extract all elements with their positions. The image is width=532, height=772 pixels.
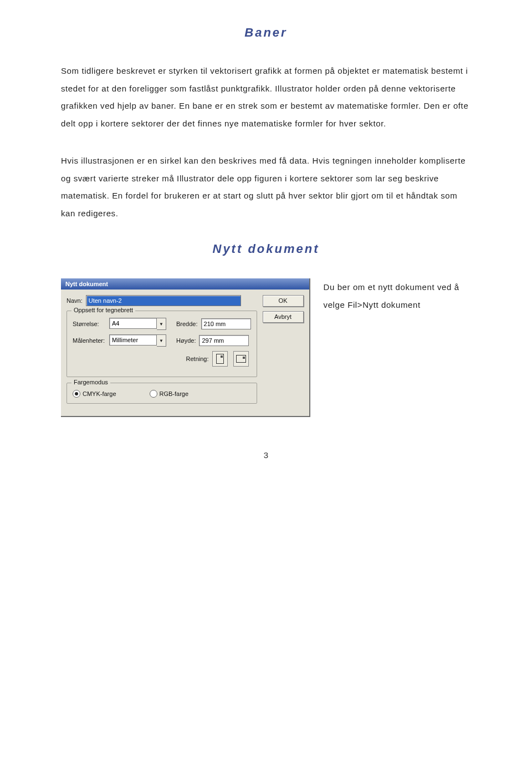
size-select[interactable]: A4: [109, 318, 157, 329]
rgb-radio[interactable]: [150, 390, 157, 398]
cmyk-radio[interactable]: [73, 390, 80, 398]
dialog-titlebar: Nytt dokument: [61, 278, 309, 290]
size-label: Størrelse:: [73, 321, 106, 327]
heading-baner: Baner: [61, 26, 471, 40]
artboard-legend: Oppsett for tegnebrett: [71, 307, 135, 313]
name-input[interactable]: Uten navn-2: [86, 295, 241, 306]
orientation-portrait-button[interactable]: [212, 351, 228, 367]
orientation-landscape-button[interactable]: [233, 351, 249, 367]
side-paragraph: Du ber om et nytt dokument ved å velge F…: [324, 278, 471, 313]
portrait-icon: [216, 354, 224, 364]
heading-nytt-dokument: Nytt dokument: [61, 242, 471, 256]
name-label: Navn:: [66, 297, 83, 304]
cmyk-label: CMYK-farge: [83, 390, 116, 397]
orientation-label: Retning:: [186, 355, 209, 362]
new-document-dialog: Nytt dokument Navn: Uten navn-2 Oppsett …: [61, 278, 310, 417]
cancel-button[interactable]: Avbryt: [263, 311, 304, 323]
artboard-fieldset: Oppsett for tegnebrett Størrelse: A4 ▼ B…: [66, 311, 257, 377]
height-label: Høyde:: [176, 337, 196, 344]
units-label: Målenheter:: [73, 337, 106, 344]
size-dropdown-icon[interactable]: ▼: [157, 318, 166, 330]
ok-button[interactable]: OK: [263, 295, 304, 307]
paragraph-1: Som tidligere beskrevet er styrken til v…: [61, 62, 471, 132]
units-dropdown-icon[interactable]: ▼: [157, 334, 166, 347]
rgb-label: RGB-farge: [160, 390, 189, 397]
paragraph-2: Hvis illustrasjonen er en sirkel kan den…: [61, 152, 471, 222]
units-select[interactable]: Millimeter: [109, 334, 157, 346]
width-input[interactable]: 210 mm: [201, 318, 251, 329]
colormode-fieldset: Fargemodus CMYK-farge RGB-farge: [66, 383, 257, 404]
width-label: Bredde:: [176, 321, 198, 327]
colormode-legend: Fargemodus: [71, 379, 110, 385]
height-input[interactable]: 297 mm: [199, 335, 249, 346]
page-number: 3: [61, 450, 471, 460]
landscape-icon: [236, 355, 246, 363]
